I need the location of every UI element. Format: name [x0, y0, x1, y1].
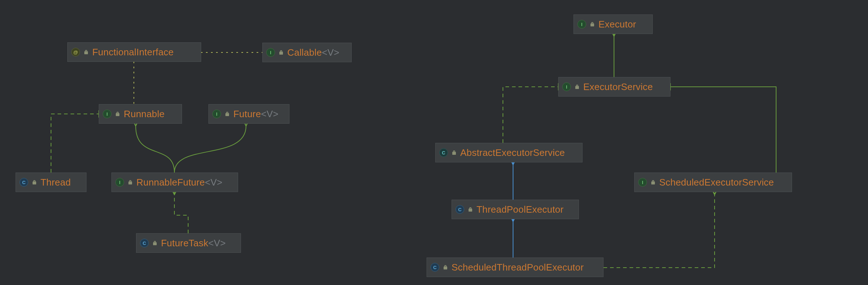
class-icon: C [456, 205, 464, 214]
class-icon: C [140, 239, 149, 247]
diagram-canvas: { "nodes": { "functionalInterface": {"na… [0, 0, 868, 285]
node-threadPoolExec[interactable]: CThreadPoolExecutor [452, 200, 579, 219]
interface-icon: I [266, 48, 275, 57]
interface-icon: I [562, 82, 571, 91]
lock-icon [651, 180, 656, 185]
lock-icon [84, 50, 89, 55]
node-label: ExecutorService [583, 81, 653, 93]
lock-icon [279, 50, 284, 55]
lock-icon [468, 207, 473, 212]
node-label: FunctionalInterface [92, 47, 174, 58]
node-runnableFuture[interactable]: IRunnableFuture<V> [111, 173, 238, 192]
lock-icon [115, 111, 120, 116]
node-label: Executor [598, 19, 636, 30]
interface-icon: I [103, 110, 111, 118]
node-schedThreadPoolExec[interactable]: CScheduledThreadPoolExecutor [427, 258, 604, 277]
lock-icon [452, 150, 457, 155]
node-label: AbstractExecutorService [460, 147, 565, 158]
lock-icon [225, 111, 230, 116]
lock-icon [443, 265, 448, 270]
node-label: FutureTask<V> [161, 238, 226, 249]
node-label: RunnableFuture<V> [136, 177, 223, 188]
node-label: Callable<V> [287, 47, 339, 58]
interface-icon: I [115, 178, 124, 187]
node-runnable[interactable]: IRunnable [99, 104, 182, 124]
node-label: ThreadPoolExecutor [477, 204, 564, 215]
node-label: Runnable [124, 109, 165, 120]
node-label: ScheduledExecutorService [659, 177, 774, 188]
node-label: ScheduledThreadPoolExecutor [452, 262, 584, 273]
node-abstractExecSvc[interactable]: CAbstractExecutorService [435, 143, 583, 162]
node-future[interactable]: IFuture<V> [208, 104, 289, 124]
node-schedExecSvc[interactable]: IScheduledExecutorService [634, 173, 792, 192]
lock-icon [128, 180, 133, 185]
lock-icon [152, 241, 157, 246]
class-icon: C [431, 263, 439, 272]
node-executorService[interactable]: IExecutorService [558, 77, 670, 97]
lock-icon [575, 84, 580, 89]
interface-icon: I [212, 110, 221, 118]
node-callable[interactable]: ICallable<V> [262, 43, 352, 62]
node-futureTask[interactable]: CFutureTask<V> [136, 233, 241, 253]
node-label: Thread [41, 177, 71, 188]
interface-icon: I [577, 20, 586, 29]
node-executor[interactable]: IExecutor [573, 14, 653, 34]
interface-icon: I [638, 178, 647, 187]
node-functionalInterface[interactable]: @FunctionalInterface [67, 42, 201, 62]
lock-icon [32, 180, 37, 185]
node-label: Future<V> [233, 109, 279, 120]
class-icon: C [20, 178, 28, 187]
annotation-icon: @ [71, 48, 80, 56]
node-thread[interactable]: CThread [16, 173, 86, 192]
lock-icon [590, 22, 595, 27]
abstract-icon: C [439, 148, 448, 157]
